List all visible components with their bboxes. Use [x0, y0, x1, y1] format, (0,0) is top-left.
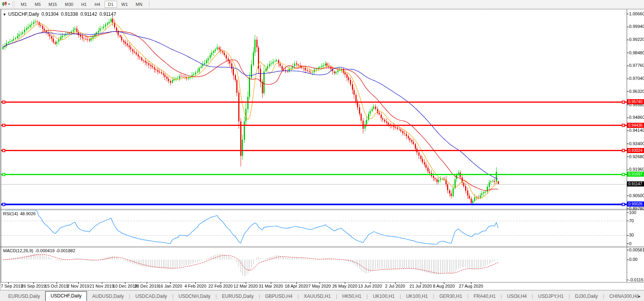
chart-type-button[interactable]: ▾: [0, 2, 11, 7]
timeframe-button-H1[interactable]: H1: [77, 1, 90, 8]
timeframe-button-D1[interactable]: D1: [105, 1, 117, 8]
tab-scroll-left-icon[interactable]: ◂: [635, 294, 638, 298]
timeframe-button-W1[interactable]: W1: [118, 1, 132, 8]
toolbar-separator: [149, 1, 149, 7]
symbol-tab-xauusd-h1[interactable]: XAUUSD,H1: [299, 292, 336, 301]
timeframe-button-M5[interactable]: M5: [31, 1, 44, 8]
symbol-tab-ger30-h1[interactable]: GER30,H1: [434, 292, 467, 301]
tab-scroll-arrows: ◂▸: [635, 294, 642, 298]
chart-canvas[interactable]: [0, 9, 644, 290]
symbol-tab-fra40-h1[interactable]: FRA40,H1: [469, 292, 501, 301]
timeframe-button-M30[interactable]: M30: [61, 1, 77, 8]
symbol-tab-uk100-h1[interactable]: UK100,H1: [368, 292, 399, 301]
symbol-tab-usdchf-daily[interactable]: USDCHF,Daily: [45, 291, 87, 301]
tab-scroll-right-icon[interactable]: ▸: [638, 294, 642, 298]
timeframe-button-H4[interactable]: H4: [91, 1, 103, 8]
timeframe-button-M15[interactable]: M15: [45, 1, 61, 8]
candlestick-chart-icon: [2, 2, 7, 7]
symbol-tab-eurusd-daily[interactable]: EURUSD,Daily: [3, 292, 45, 301]
symbol-tab-gbpusd-h4[interactable]: GBPUSD,H4: [260, 292, 297, 301]
symbol-tab-bar: EURUSD,DailyUSDCHF,DailyAUDUSD,Daily|USD…: [0, 290, 644, 301]
symbol-tab-hk50-h1[interactable]: HK50,H1: [337, 292, 367, 301]
timeframe-button-MN[interactable]: MN: [132, 1, 146, 8]
symbol-tab-uk100-h1[interactable]: UK100,H1: [401, 292, 433, 301]
symbol-tab-usdcnh-daily[interactable]: USDCNH,Daily: [173, 292, 215, 301]
symbol-tab-eurusd-daily[interactable]: EURUSD,Daily: [217, 292, 259, 301]
timeframe-buttons: M1M5M15M30H1H4D1W1MN: [17, 1, 146, 8]
timeframe-button-M1[interactable]: M1: [17, 1, 30, 8]
symbol-tab-usdjpy-h1[interactable]: USDJPY,H1: [533, 292, 569, 301]
chart-toolbar: ▾ M1M5M15M30H1H4D1W1MN: [0, 0, 644, 9]
symbol-tab-usdcad-daily[interactable]: USDCAD,Daily: [130, 292, 172, 301]
chart-window: ▼USDCHF,Daily0.913040.913380.911420.9114…: [0, 9, 644, 290]
toolbar-grip[interactable]: [13, 1, 15, 7]
symbol-tab-audusd-daily[interactable]: AUDUSD,Daily: [87, 292, 129, 301]
dropdown-caret-icon[interactable]: ▾: [8, 2, 10, 6]
symbol-tab-dj30-daily[interactable]: DJ30,Daily: [570, 292, 603, 301]
symbol-tab-usoil-h4[interactable]: USOil,H4: [502, 292, 532, 301]
